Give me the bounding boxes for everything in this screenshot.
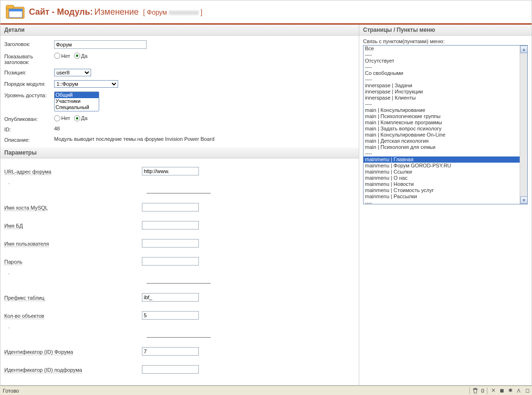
published-yes-radio[interactable] (74, 115, 80, 121)
menu-list-item[interactable]: mainmenu | Стоимость услуг (364, 187, 527, 193)
show-title-label: Показывать заголовок: (4, 53, 54, 65)
menu-list-item[interactable]: ---- (364, 101, 527, 107)
access-label: Уровень доступа: (4, 92, 54, 98)
prefix-label: Префикс таблиц (4, 295, 45, 301)
menu-list-item[interactable]: innerspase | Задачи (364, 83, 527, 89)
status-bar: Готово 0 ✕ ◼ ✱ Λ ◻ (0, 386, 532, 395)
scrollbar[interactable]: ▲ ▼ (520, 46, 527, 204)
description-label: Описание: (4, 136, 54, 143)
subforum-id-input[interactable] (142, 365, 199, 374)
dots-icon[interactable]: ◼ (499, 388, 504, 394)
radio-yes-label: Да (81, 53, 88, 59)
params-section-header: Параметры (0, 147, 359, 158)
password-label: Пароль (4, 259, 22, 265)
menu-list-item[interactable]: Все (364, 46, 527, 52)
menu-list-item[interactable]: ---- (364, 200, 527, 204)
menu-list-item[interactable]: mainmenu | Рассылки (364, 193, 527, 200)
forum-id-label: Идентификатор (ID) Форума (4, 349, 73, 355)
radio-no-label: Нет (61, 53, 70, 59)
forum-id-input[interactable] (142, 347, 199, 356)
title-label: Заголовок: (4, 40, 54, 47)
status-ready: Готово (2, 388, 19, 394)
trash-count: 0 (481, 388, 484, 394)
menu-list-item[interactable]: mainmenu | Форум GOROD-PSY.RU (364, 163, 527, 169)
db-name-input[interactable] (142, 221, 199, 230)
description-value: Модуль выводит последние темы на форуме … (54, 136, 355, 142)
menu-list-item[interactable]: main | Психологические группы (364, 113, 527, 119)
show-title-yes-radio[interactable] (74, 53, 80, 59)
circle-icon[interactable]: ◻ (524, 388, 530, 394)
menu-listbox[interactable]: Все----Отсутствует----Со свободными----i… (364, 46, 527, 204)
order-select[interactable]: 1::Форум (54, 80, 118, 88)
menu-list-item[interactable]: ---- (364, 64, 527, 70)
mysql-host-label: Имя хоста MySQL (4, 205, 48, 211)
menu-list-item[interactable]: innerspase | Инструкции (364, 89, 527, 95)
id-value: 48 (54, 126, 355, 131)
order-label: Порядок модуля: (4, 80, 54, 87)
page-title: Сайт - Модуль: Изменение [ Форум xxxxxxx… (29, 7, 202, 17)
menu-prompt: Связь с пунктом(пунктами) меню: (359, 36, 532, 45)
db-name-label: Имя БД (4, 223, 23, 229)
trash-icon[interactable] (473, 388, 478, 394)
param-dash-3: - (4, 324, 355, 333)
menu-list-item[interactable]: main | Консультирование (364, 107, 527, 113)
access-listbox[interactable]: Общий Участники Специальный (54, 92, 99, 111)
module-folder-icon (5, 3, 26, 20)
collapse-icon[interactable]: ✕ (490, 388, 496, 394)
menu-list-item[interactable]: innerspase | Клиенты (364, 95, 527, 101)
position-select[interactable]: user8 (54, 69, 91, 76)
menu-list-item[interactable]: mainmenu | О нас (364, 175, 527, 181)
menu-list-item[interactable]: ---- (364, 52, 527, 58)
pages-section-header: Страницы / Пункты меню (359, 25, 532, 36)
star-icon[interactable]: ✱ (507, 388, 513, 394)
url-label: URL-адрес форума (4, 169, 51, 175)
up-icon[interactable]: Λ (516, 388, 522, 394)
menu-list-item[interactable]: main | Задать вопрос психологу (364, 126, 527, 132)
radio-yes-label-2: Да (81, 115, 88, 121)
svg-rect-3 (9, 9, 22, 11)
count-input[interactable] (142, 311, 199, 320)
menu-list-item[interactable]: mainmenu | Главная (364, 156, 527, 163)
menu-list-item[interactable]: mainmenu | Новости (364, 181, 527, 187)
details-section-header: Детали (0, 25, 359, 36)
url-input[interactable] (142, 167, 199, 175)
position-label: Позиция: (4, 69, 54, 75)
username-label: Имя пользователя (4, 241, 49, 247)
param-dash: - (4, 180, 355, 189)
published-label: Опубликован: (4, 115, 54, 122)
id-label: ID: (4, 126, 54, 132)
show-title-no-radio[interactable] (54, 53, 60, 59)
menu-list-item[interactable]: ---- (364, 150, 527, 156)
menu-list-item[interactable]: ---- (364, 76, 527, 83)
menu-list-item[interactable]: mainmenu | Ссылки (364, 169, 527, 175)
menu-list-item[interactable]: main | Консультирование On-Line (364, 132, 527, 138)
radio-no-label-2: Нет (61, 115, 70, 121)
prefix-input[interactable] (142, 293, 199, 302)
count-label: Кол-во объектов (4, 313, 44, 319)
password-input[interactable] (142, 257, 199, 266)
scroll-down-button[interactable]: ▼ (520, 196, 528, 204)
param-dash-2: - (4, 270, 355, 279)
menu-list-item[interactable]: Со свободными (364, 70, 527, 76)
menu-list-item[interactable]: main | Комплексные программы (364, 119, 527, 126)
svg-rect-1 (6, 5, 14, 9)
scroll-up-button[interactable]: ▲ (520, 46, 528, 53)
username-input[interactable] (142, 239, 199, 248)
menu-list-item[interactable]: Отсутствует (364, 58, 527, 64)
mysql-host-input[interactable] (142, 203, 199, 211)
published-no-radio[interactable] (54, 115, 60, 121)
menu-list-item[interactable]: main | Детская психология (364, 138, 527, 144)
page-header: Сайт - Модуль: Изменение [ Форум xxxxxxx… (0, 0, 532, 25)
menu-list-item[interactable]: main | Психология для семьи (364, 144, 527, 150)
title-input[interactable] (54, 40, 147, 49)
subforum-id-label: Идентификатор (ID) подфорума (4, 367, 82, 373)
